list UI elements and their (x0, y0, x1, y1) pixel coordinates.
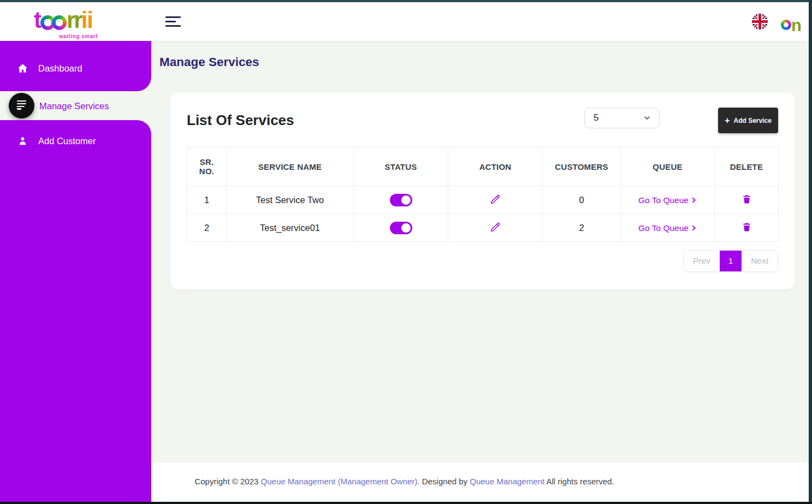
mini-logo-letter-n: n (791, 19, 801, 33)
list-icon (17, 100, 26, 111)
cell-srno: 2 (187, 214, 227, 242)
chevron-right-icon (691, 225, 697, 231)
cell-delete (715, 186, 779, 214)
toorrii-logo-text: t rr ii (34, 7, 121, 31)
card-title: List Of Services (187, 112, 294, 129)
cell-action (448, 186, 543, 214)
person-icon (16, 135, 28, 146)
col-header-action: ACTION (448, 147, 543, 186)
cell-srno: 1 (187, 186, 227, 214)
sidebar-segment-bottom: Add Customer (0, 120, 151, 502)
sidebar-item-add-customer[interactable]: Add Customer (0, 127, 151, 155)
status-toggle[interactable] (390, 222, 412, 234)
col-header-status: STATUS (354, 147, 448, 186)
cell-delete (715, 214, 779, 242)
col-header-customers: CUSTOMERS (543, 147, 621, 186)
sidebar: Dashboard Manage Services Add Customer (0, 41, 151, 502)
footer-link-queue-management[interactable]: Queue Management (470, 477, 544, 486)
col-header-queue: QUEUE (621, 147, 715, 186)
main-content: Manage Services List Of Services 5 + Add… (151, 41, 809, 502)
queue-link-label: Go To Queue (638, 223, 689, 233)
mini-logo-ring-icon (781, 20, 791, 30)
table-row: 1 Test Service Two 0 Go To Queue (187, 186, 779, 214)
rights-reserved-text: All rights reserved. (546, 477, 614, 486)
col-header-service-name: SERVICE NAME (227, 147, 354, 186)
cell-service-name: Test Service Two (227, 186, 354, 214)
trash-icon[interactable] (742, 193, 752, 205)
cell-queue: Go To Queue (621, 186, 715, 214)
card-header: List Of Services 5 + Add Service (187, 108, 778, 141)
logo-ring-icon (52, 15, 67, 30)
logo-letter-t: t (34, 10, 40, 31)
plus-icon: + (725, 116, 730, 125)
home-icon (16, 63, 28, 74)
status-toggle[interactable] (390, 194, 412, 206)
cell-status (354, 214, 448, 242)
hamburger-bar (165, 21, 176, 22)
sidebar-segment-top: Dashboard (0, 41, 151, 91)
cell-service-name: Test_service01 (227, 214, 354, 242)
window-frame-right (809, 0, 812, 504)
topbar-right-icons: n (752, 2, 801, 41)
hamburger-menu-icon[interactable] (165, 16, 182, 28)
window-frame-top (0, 0, 812, 2)
go-to-queue-link[interactable]: Go To Queue (638, 223, 697, 233)
edit-pencil-icon[interactable] (490, 221, 501, 233)
top-bar: t rr ii waiting smart n (0, 2, 809, 41)
hamburger-bar (165, 25, 181, 27)
window-frame-bottom (0, 502, 812, 504)
edit-pencil-icon[interactable] (490, 193, 501, 205)
sidebar-item-label: Add Customer (38, 136, 96, 146)
page-size-value: 5 (594, 112, 643, 123)
sidebar-item-label: Manage Services (39, 100, 109, 111)
footer-link-management-owner[interactable]: Queue Management (Management Owner) (261, 477, 418, 486)
page-title: Manage Services (159, 55, 259, 69)
toggle-knob (401, 223, 411, 233)
go-to-queue-link[interactable]: Go To Queue (638, 195, 697, 205)
toggle-knob (401, 195, 411, 205)
toorrii-logo[interactable]: t rr ii waiting smart (34, 7, 121, 38)
active-item-circle (9, 93, 34, 118)
logo-tagline: waiting smart (59, 33, 98, 39)
pagination: Prev 1 Next (683, 250, 778, 272)
cell-status (354, 186, 448, 214)
table-row: 2 Test_service01 2 Go To Queue (187, 214, 779, 242)
chevron-right-icon (691, 197, 697, 203)
page-size-select[interactable]: 5 (584, 108, 660, 128)
cell-action (448, 214, 543, 242)
table-header-row: SR. NO. SERVICE NAME STATUS ACTION CUSTO… (187, 147, 779, 186)
logo-letter-rr: rr (67, 10, 81, 31)
add-service-button[interactable]: + Add Service (718, 108, 778, 133)
cell-customers: 0 (543, 186, 621, 214)
cell-customers: 2 (543, 214, 621, 242)
sidebar-item-label: Dashboard (38, 63, 82, 74)
hamburger-bar (165, 16, 181, 18)
on-mini-logo[interactable]: n (781, 11, 801, 33)
pagination-page-1[interactable]: 1 (720, 251, 742, 271)
trash-icon[interactable] (742, 221, 752, 233)
chevron-down-icon (643, 114, 651, 122)
cell-queue: Go To Queue (621, 214, 715, 242)
queue-link-label: Go To Queue (638, 195, 689, 205)
col-header-delete: DELETE (715, 147, 779, 186)
logo-letter-ii: ii (81, 10, 93, 31)
uk-flag-icon[interactable] (752, 14, 768, 29)
sidebar-item-manage-services[interactable]: Manage Services (0, 91, 151, 120)
copyright-text: Copyright © 2023 (194, 477, 258, 486)
col-header-srno: SR. NO. (187, 147, 227, 186)
add-service-label: Add Service (733, 117, 771, 124)
pagination-next-button[interactable]: Next (742, 251, 778, 271)
services-card: List Of Services 5 + Add Service SR. NO. (170, 92, 795, 289)
sidebar-item-dashboard[interactable]: Dashboard (0, 54, 151, 82)
services-table: SR. NO. SERVICE NAME STATUS ACTION CUSTO… (187, 147, 779, 242)
pagination-prev-button[interactable]: Prev (684, 251, 720, 271)
footer-middle-text: . Designed by (417, 477, 467, 486)
